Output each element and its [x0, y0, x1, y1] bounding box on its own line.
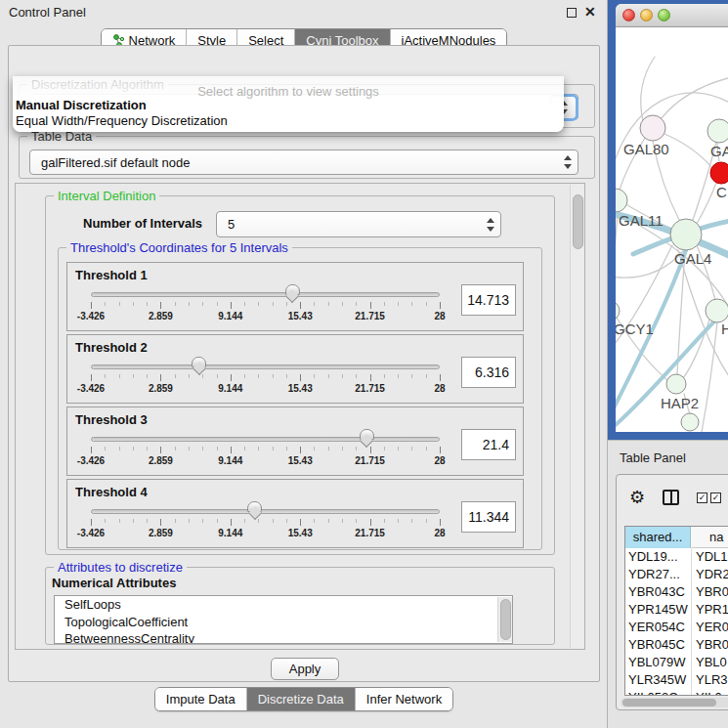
slider-thumb[interactable] [285, 284, 300, 295]
cell-name[interactable]: YPR1 [696, 602, 728, 617]
column-layout-icon[interactable] [663, 490, 679, 505]
cell-name[interactable]: YBR0 [696, 584, 728, 599]
column-header-shared-name[interactable]: shared... [625, 527, 691, 548]
list-item[interactable]: TopologicalCoefficient [55, 614, 512, 631]
float-window-icon[interactable] [567, 8, 577, 18]
dropdown-option-equal-width-frequency[interactable]: Equal Width/Frequency Discretization [16, 113, 228, 128]
number-of-intervals-combobox[interactable]: 5 [216, 211, 501, 237]
cell-shared-name[interactable]: YBL079W [628, 655, 691, 669]
column-header-name[interactable]: na [692, 527, 728, 548]
cell-shared-name[interactable]: YLR345W [628, 672, 691, 687]
minor-tick [411, 519, 412, 523]
network-edge[interactable] [661, 78, 728, 119]
cell-shared-name[interactable]: YBR043C [628, 584, 691, 599]
table-row[interactable]: YLR345WYLR3 [625, 671, 728, 689]
cell-name[interactable]: YBL0 [696, 655, 727, 669]
apply-button[interactable]: Apply [271, 658, 339, 680]
threshold-value-field[interactable]: 14.713 [461, 284, 516, 316]
network-node-gal11[interactable] [616, 189, 627, 212]
scrollbar-thumb[interactable] [622, 699, 716, 707]
table-row[interactable]: YDL19...YDL1 [625, 548, 728, 566]
network-node-gal4[interactable] [670, 219, 702, 250]
table-row[interactable]: YBR043CYBR0 [625, 583, 728, 601]
slider-thumb[interactable] [192, 357, 206, 367]
slider-track[interactable] [91, 437, 440, 442]
table-row[interactable]: YBL079WYBL0 [625, 654, 728, 671]
network-node-hap2[interactable] [666, 374, 686, 394]
slider-thumb[interactable] [247, 501, 262, 512]
cell-shared-name[interactable]: YDL19... [628, 549, 691, 564]
threshold-value-field[interactable]: 6.316 [461, 357, 516, 388]
cell-shared-name[interactable]: YDR27... [628, 567, 691, 581]
cell-shared-name[interactable]: YPR145W [628, 602, 691, 617]
cyni-toolbox-panel: Discretization Algorithm Select algorith… [8, 45, 600, 682]
cell-name[interactable]: YBR0 [696, 637, 728, 652]
major-tick [300, 374, 301, 381]
threshold-panel-2: Threshold 2-3.4262.8599.14415.4321.71528… [66, 334, 524, 404]
horizontal-scrollbar[interactable] [621, 698, 728, 707]
network-edge[interactable] [697, 183, 716, 224]
list-item[interactable]: BetweennessCentrality [55, 630, 512, 644]
checkbox-icon[interactable]: ✓ [697, 492, 707, 503]
slider-track[interactable] [91, 292, 440, 297]
cell-name[interactable]: YDR2 [696, 567, 728, 581]
slider-track[interactable] [91, 364, 440, 369]
scrollbar-thumb[interactable] [500, 599, 511, 640]
node-attribute-table: shared... na YDL19...YDL1YDR27...YDR2YBR… [624, 526, 728, 696]
table-row[interactable]: YIL053CYIL0 [625, 689, 728, 696]
dropdown-option-manual-discretization[interactable]: Manual Discretization [16, 98, 147, 112]
minor-tick [147, 374, 148, 378]
minor-tick [314, 302, 315, 306]
slider-track[interactable] [91, 509, 440, 514]
vertical-scrollbar[interactable] [570, 185, 584, 648]
network-node[interactable] [681, 413, 699, 431]
slider-tick-labels: -3.4262.8599.14415.4321.71528 [91, 455, 440, 467]
table-row[interactable]: YBR045CYBR0 [625, 636, 728, 654]
gear-icon[interactable]: ⚙ [629, 487, 645, 508]
cell-shared-name[interactable]: YIL053C [628, 690, 691, 696]
numerical-attributes-list[interactable]: SelfLoopsTopologicalCoefficientBetweenne… [54, 595, 513, 644]
network-node-h[interactable] [706, 299, 728, 322]
threshold-value-field[interactable]: 11.344 [461, 501, 516, 533]
cell-name[interactable]: YER0 [696, 620, 728, 634]
cell-shared-name[interactable]: YBR045C [628, 637, 691, 652]
network-node-c[interactable] [710, 162, 728, 184]
cell-name[interactable]: YLR3 [696, 672, 728, 687]
table-row[interactable]: YER054CYER0 [625, 619, 728, 636]
minor-tick [175, 447, 176, 450]
list-item[interactable]: SelfLoops [55, 596, 512, 614]
cell-shared-name[interactable]: YER054C [628, 620, 691, 634]
slider-thumb[interactable] [360, 429, 374, 440]
network-node-gcy1[interactable] [616, 301, 620, 321]
minor-tick [314, 374, 315, 378]
close-traffic-light[interactable] [622, 9, 635, 21]
minor-tick [398, 519, 399, 523]
tab-infer-network[interactable]: Infer Network [356, 688, 452, 710]
zoom-traffic-light[interactable] [658, 9, 670, 21]
close-icon[interactable]: ✕ [584, 4, 596, 20]
scrollbar-thumb[interactable] [573, 194, 583, 249]
combobox-stepper[interactable] [487, 218, 495, 232]
minor-tick [244, 519, 245, 523]
network-edge[interactable] [664, 134, 711, 167]
tab-discretize-data[interactable]: Discretize Data [247, 688, 356, 710]
table-data-combobox[interactable]: galFiltered.sif default node [29, 150, 578, 175]
list-scrollbar[interactable] [497, 597, 512, 642]
table-row[interactable]: YPR145WYPR1 [625, 601, 728, 619]
table-row[interactable]: YDR27...YDR2 [625, 566, 728, 583]
network-canvas[interactable]: GAL80GACGAL11GAL4GCY1HHAP2 [616, 27, 728, 432]
tab-impute-data[interactable]: Impute Data [155, 688, 247, 710]
minor-tick [119, 302, 120, 306]
checkbox-icon[interactable]: ✓ [710, 492, 721, 503]
network-node-ga[interactable] [707, 119, 728, 143]
cell-name[interactable]: YIL0 [696, 690, 722, 696]
combobox-stepper[interactable] [564, 155, 573, 169]
cell-name[interactable]: YDL1 [696, 549, 728, 564]
threshold-value-field[interactable]: 21.4 [461, 429, 516, 460]
major-tick [300, 302, 301, 309]
minimize-traffic-light[interactable] [640, 9, 653, 21]
network-node-gal80[interactable] [640, 115, 665, 141]
network-edge[interactable] [641, 57, 655, 121]
network-edge[interactable] [616, 213, 618, 302]
network-window-titlebar[interactable] [616, 4, 728, 27]
